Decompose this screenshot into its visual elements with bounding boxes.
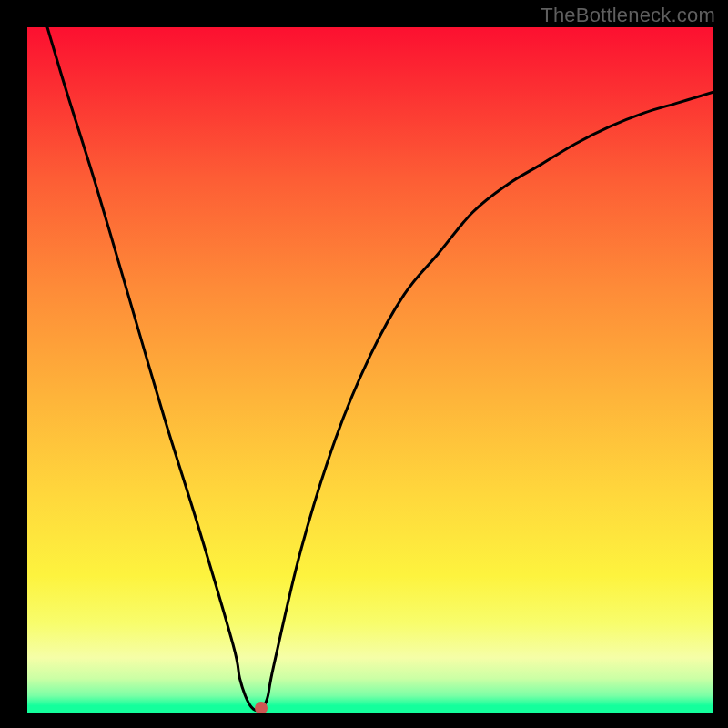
bottleneck-curve <box>27 27 713 713</box>
bottleneck-marker <box>255 702 268 713</box>
watermark-text: TheBottleneck.com <box>541 4 715 27</box>
chart-frame: TheBottleneck.com <box>0 0 728 728</box>
plot-area <box>27 27 713 713</box>
